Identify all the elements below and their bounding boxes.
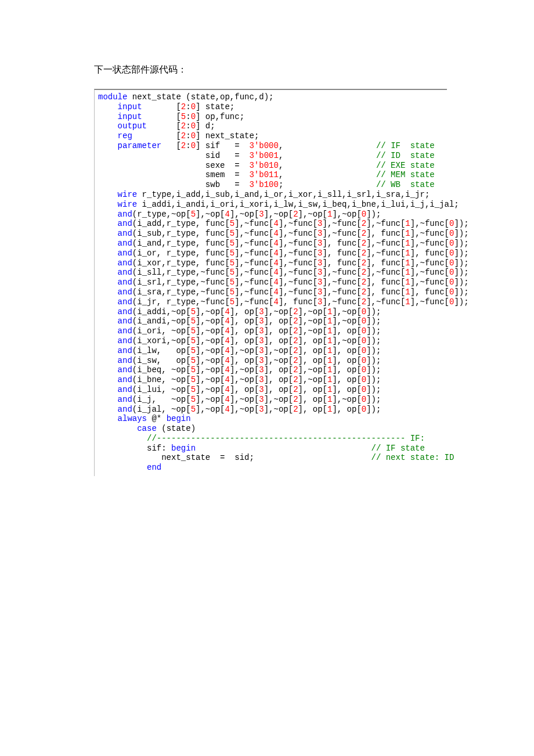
t: 3'b011: [249, 170, 278, 179]
t: [: [142, 112, 181, 121]
t: // ID state: [376, 151, 435, 160]
t: (r_type,~op[: [132, 210, 191, 219]
t: [98, 112, 118, 121]
t: [98, 200, 118, 209]
t: [98, 141, 118, 150]
t: // MEM state: [376, 170, 435, 179]
t: i_addi,i_andi,i_ori,i_xori,i_lw,i_sw,i_b…: [137, 200, 459, 209]
t: [: [161, 141, 181, 150]
code-line: and(i_xori,~op[5],~op[4], op[3], op[2], …: [98, 336, 381, 345]
t: [98, 463, 147, 472]
t: case: [137, 424, 157, 433]
t: [98, 131, 118, 141]
t: 5: [181, 112, 186, 121]
code-line: and(i_add,r_type, func[5],~func[4],~func…: [98, 219, 469, 228]
t: 2: [181, 102, 186, 111]
code-line: and(i_j, ~op[5],~op[4],~op[3],~op[2], op…: [98, 395, 381, 404]
code-line: and(i_or, r_type, func[5],~func[4],~func…: [98, 249, 469, 258]
t: [: [147, 121, 181, 131]
t: ] next_state;: [196, 131, 259, 141]
t: always: [118, 414, 147, 423]
code-line: and(i_sra,r_type,~func[5],~func[4],~func…: [98, 287, 469, 297]
t: module: [98, 92, 127, 102]
t: ] sif =: [196, 141, 249, 150]
t: 0: [191, 112, 196, 121]
code-line: and(i_srl,r_type,~func[5],~func[4],~func…: [98, 278, 469, 287]
code-line: and(i_bne, ~op[5],~op[4],~op[3], op[2],~…: [98, 375, 381, 384]
t: @*: [147, 414, 167, 423]
code-line: and(i_andi,~op[5],~op[4], op[3], op[2],~…: [98, 316, 381, 326]
t: // WB state: [376, 180, 435, 189]
t: [98, 190, 118, 199]
t: ],~op[: [298, 210, 327, 219]
t: reg: [118, 131, 132, 141]
t: :: [186, 141, 190, 150]
code-line: and(i_sw, op[5],~op[4], op[3],~op[2], op…: [98, 356, 381, 365]
t: begin: [171, 444, 196, 453]
t: ],~op[: [196, 210, 225, 219]
t: ]);: [366, 210, 381, 219]
code-line: and(i_sub,r_type, func[5],~func[4],~func…: [98, 229, 469, 238]
t: [: [142, 102, 181, 111]
t: begin: [167, 414, 191, 423]
t: // EXE state: [376, 161, 435, 170]
code-line: and(i_jr, r_type,~func[5],~func[4], func…: [98, 297, 469, 307]
code-line: and(i_addi,~op[5],~op[4], op[3],~op[2],~…: [98, 307, 381, 316]
t: :: [186, 112, 190, 121]
t: ;: [279, 180, 376, 189]
code-line: and(i_and,r_type, func[5],~func[4],~func…: [98, 239, 469, 248]
t: // next state: ID: [371, 453, 454, 462]
t: [98, 414, 118, 423]
t: input: [118, 102, 142, 111]
t: // IF state: [371, 444, 425, 453]
t: // IF state: [376, 141, 435, 150]
t: :: [186, 102, 190, 111]
t: ,: [279, 161, 376, 170]
t: 2: [293, 210, 298, 219]
t: next_state = sid;: [98, 453, 371, 462]
t: [98, 121, 118, 131]
t: [98, 434, 147, 443]
t: r_type,i_add,i_sub,i_and,i_or,i_xor,i_sl…: [137, 190, 430, 199]
t: 0: [191, 131, 196, 141]
t: and: [118, 210, 132, 219]
t: 3: [259, 210, 264, 219]
t: (state): [157, 424, 196, 433]
t: 2: [181, 131, 186, 141]
t: 2: [181, 121, 186, 131]
t: 5: [191, 210, 196, 219]
t: ] op,func;: [196, 112, 244, 121]
t: 2: [181, 141, 186, 150]
t: sif:: [98, 444, 171, 453]
t: ],~op[: [332, 210, 361, 219]
t: 3'b010: [249, 161, 278, 170]
code-line: and(i_lw, op[5],~op[4],~op[3],~op[2], op…: [98, 346, 381, 355]
t: ],~op[: [230, 210, 259, 219]
t: ,: [279, 170, 376, 179]
code-line: and(i_beq, ~op[5],~op[4],~op[3], op[2],~…: [98, 365, 381, 375]
code-line: and(i_xor,r_type, func[5],~func[4],~func…: [98, 258, 469, 268]
t: ,: [279, 151, 376, 160]
t: 0: [191, 102, 196, 111]
section-title: 下一状态部件源代码：: [94, 64, 447, 76]
t: ] d;: [196, 121, 215, 131]
t: 3'b000: [249, 141, 278, 150]
t: 0: [362, 210, 366, 219]
t: wire: [118, 190, 138, 199]
t: 0: [191, 141, 196, 150]
code-line: and(i_sll,r_type,~func[5],~func[4],~func…: [98, 268, 469, 277]
code-block: module next_state (state,op,func,d); inp…: [94, 89, 447, 476]
t: :: [186, 131, 190, 141]
t: wire: [118, 200, 138, 209]
t: output: [118, 121, 147, 131]
t: 0: [191, 121, 196, 131]
t: 4: [225, 210, 229, 219]
t: ],~op[: [264, 210, 293, 219]
t: sid =: [98, 151, 249, 160]
t: sexe =: [98, 161, 249, 170]
t: parameter: [118, 141, 162, 150]
t: smem =: [98, 170, 249, 179]
t: input: [118, 112, 142, 121]
t: [196, 444, 371, 453]
t: swb =: [98, 180, 249, 189]
